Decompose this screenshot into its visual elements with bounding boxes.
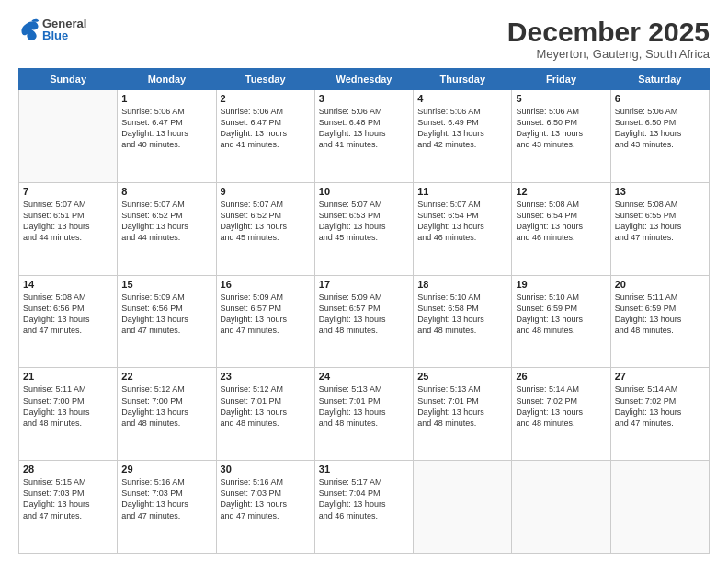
- daylight-line2: and 45 minutes.: [221, 232, 311, 243]
- sunset-text: Sunset: 6:56 PM: [121, 303, 211, 314]
- daylight-line1: Daylight: 13 hours: [615, 221, 705, 232]
- daylight-line2: and 47 minutes.: [221, 511, 311, 522]
- sunrise-text: Sunrise: 5:07 AM: [319, 199, 409, 210]
- cell-sun-info: Sunrise: 5:06 AMSunset: 6:47 PMDaylight:…: [121, 106, 211, 151]
- daylight-line1: Daylight: 13 hours: [417, 314, 507, 325]
- daylight-line2: and 47 minutes.: [23, 511, 113, 522]
- sunset-text: Sunset: 7:03 PM: [121, 488, 211, 499]
- daylight-line1: Daylight: 13 hours: [615, 407, 705, 418]
- table-row: 17Sunrise: 5:09 AMSunset: 6:57 PMDayligh…: [314, 275, 413, 368]
- table-row: 25Sunrise: 5:13 AMSunset: 7:01 PMDayligh…: [414, 368, 512, 461]
- table-row: 7Sunrise: 5:07 AMSunset: 6:51 PMDaylight…: [19, 182, 118, 275]
- cell-day-number: 31: [319, 464, 409, 475]
- daylight-line2: and 47 minutes.: [121, 325, 211, 336]
- cell-sun-info: Sunrise: 5:08 AMSunset: 6:54 PMDaylight:…: [516, 199, 606, 244]
- sunrise-text: Sunrise: 5:07 AM: [417, 199, 507, 210]
- cell-day-number: 27: [615, 371, 705, 382]
- sunset-text: Sunset: 6:47 PM: [221, 117, 311, 128]
- cell-sun-info: Sunrise: 5:07 AMSunset: 6:53 PMDaylight:…: [319, 199, 409, 244]
- daylight-line1: Daylight: 13 hours: [121, 314, 211, 325]
- logo-blue-text: Blue: [42, 29, 86, 41]
- sunset-text: Sunset: 6:55 PM: [615, 210, 705, 221]
- daylight-line2: and 46 minutes.: [516, 232, 606, 243]
- cell-sun-info: Sunrise: 5:13 AMSunset: 7:01 PMDaylight:…: [319, 384, 409, 429]
- daylight-line2: and 48 minutes.: [319, 418, 409, 429]
- sunset-text: Sunset: 6:48 PM: [319, 117, 409, 128]
- sunrise-text: Sunrise: 5:14 AM: [615, 384, 705, 395]
- sunset-text: Sunset: 7:03 PM: [221, 488, 311, 499]
- calendar-page: General Blue December 2025 Meyerton, Gau…: [0, 0, 728, 563]
- sunrise-text: Sunrise: 5:13 AM: [319, 384, 409, 395]
- sunrise-text: Sunrise: 5:17 AM: [319, 477, 409, 488]
- header-friday: Friday: [512, 69, 610, 90]
- cell-day-number: 4: [417, 93, 507, 104]
- cell-sun-info: Sunrise: 5:08 AMSunset: 6:55 PMDaylight:…: [615, 199, 705, 244]
- header-tuesday: Tuesday: [216, 69, 314, 90]
- days-header-row: Sunday Monday Tuesday Wednesday Thursday…: [19, 69, 710, 90]
- daylight-line2: and 47 minutes.: [615, 418, 705, 429]
- sunrise-text: Sunrise: 5:15 AM: [23, 477, 113, 488]
- sunrise-text: Sunrise: 5:16 AM: [121, 477, 211, 488]
- table-row: 3Sunrise: 5:06 AMSunset: 6:48 PMDaylight…: [314, 90, 413, 183]
- daylight-line2: and 41 minutes.: [221, 139, 311, 150]
- sunset-text: Sunset: 7:01 PM: [221, 396, 311, 407]
- cell-sun-info: Sunrise: 5:06 AMSunset: 6:48 PMDaylight:…: [319, 106, 409, 151]
- sunrise-text: Sunrise: 5:11 AM: [23, 384, 113, 395]
- table-row: 30Sunrise: 5:16 AMSunset: 7:03 PMDayligh…: [216, 461, 314, 554]
- cell-day-number: 16: [221, 279, 311, 290]
- header-thursday: Thursday: [414, 69, 512, 90]
- calendar-week-row: 7Sunrise: 5:07 AMSunset: 6:51 PMDaylight…: [19, 182, 710, 275]
- cell-day-number: 8: [121, 186, 211, 197]
- table-row: 14Sunrise: 5:08 AMSunset: 6:56 PMDayligh…: [19, 275, 118, 368]
- daylight-line2: and 48 minutes.: [516, 325, 606, 336]
- cell-day-number: 23: [221, 371, 311, 382]
- cell-sun-info: Sunrise: 5:07 AMSunset: 6:52 PMDaylight:…: [121, 199, 211, 244]
- daylight-line2: and 45 minutes.: [319, 232, 409, 243]
- table-row: 27Sunrise: 5:14 AMSunset: 7:02 PMDayligh…: [610, 368, 709, 461]
- sunrise-text: Sunrise: 5:14 AM: [516, 384, 606, 395]
- cell-sun-info: Sunrise: 5:06 AMSunset: 6:50 PMDaylight:…: [615, 106, 705, 151]
- table-row: 24Sunrise: 5:13 AMSunset: 7:01 PMDayligh…: [314, 368, 413, 461]
- daylight-line1: Daylight: 13 hours: [319, 221, 409, 232]
- sunset-text: Sunset: 6:53 PM: [319, 210, 409, 221]
- daylight-line2: and 47 minutes.: [615, 232, 705, 243]
- header: General Blue December 2025 Meyerton, Gau…: [18, 17, 710, 61]
- cell-day-number: 25: [417, 371, 507, 382]
- cell-day-number: 12: [516, 186, 606, 197]
- table-row: 4Sunrise: 5:06 AMSunset: 6:49 PMDaylight…: [414, 90, 512, 183]
- daylight-line1: Daylight: 13 hours: [516, 314, 606, 325]
- sunrise-text: Sunrise: 5:06 AM: [319, 106, 409, 117]
- table-row: 28Sunrise: 5:15 AMSunset: 7:03 PMDayligh…: [19, 461, 118, 554]
- table-row: 29Sunrise: 5:16 AMSunset: 7:03 PMDayligh…: [118, 461, 216, 554]
- daylight-line2: and 43 minutes.: [615, 139, 705, 150]
- daylight-line1: Daylight: 13 hours: [319, 314, 409, 325]
- sunset-text: Sunset: 7:02 PM: [516, 396, 606, 407]
- sunset-text: Sunset: 6:50 PM: [615, 117, 705, 128]
- cell-sun-info: Sunrise: 5:11 AMSunset: 6:59 PMDaylight:…: [615, 292, 705, 337]
- logo-icon: [18, 17, 40, 42]
- sunrise-text: Sunrise: 5:07 AM: [221, 199, 311, 210]
- cell-day-number: 14: [23, 279, 113, 290]
- cell-day-number: 3: [319, 93, 409, 104]
- daylight-line1: Daylight: 13 hours: [121, 128, 211, 139]
- table-row: 31Sunrise: 5:17 AMSunset: 7:04 PMDayligh…: [314, 461, 413, 554]
- table-row: [19, 90, 118, 183]
- sunrise-text: Sunrise: 5:08 AM: [516, 199, 606, 210]
- sunset-text: Sunset: 6:57 PM: [319, 303, 409, 314]
- cell-day-number: 6: [615, 93, 705, 104]
- sunset-text: Sunset: 7:01 PM: [417, 396, 507, 407]
- sunrise-text: Sunrise: 5:07 AM: [121, 199, 211, 210]
- cell-sun-info: Sunrise: 5:15 AMSunset: 7:03 PMDaylight:…: [23, 477, 113, 522]
- daylight-line2: and 48 minutes.: [319, 325, 409, 336]
- cell-day-number: 13: [615, 186, 705, 197]
- header-wednesday: Wednesday: [314, 69, 413, 90]
- sunset-text: Sunset: 6:49 PM: [417, 117, 507, 128]
- sunrise-text: Sunrise: 5:10 AM: [516, 292, 606, 303]
- cell-sun-info: Sunrise: 5:08 AMSunset: 6:56 PMDaylight:…: [23, 292, 113, 337]
- daylight-line1: Daylight: 13 hours: [23, 499, 113, 510]
- sunset-text: Sunset: 7:04 PM: [319, 488, 409, 499]
- cell-day-number: 15: [121, 279, 211, 290]
- sunrise-text: Sunrise: 5:09 AM: [121, 292, 211, 303]
- table-row: [610, 461, 709, 554]
- cell-day-number: 17: [319, 279, 409, 290]
